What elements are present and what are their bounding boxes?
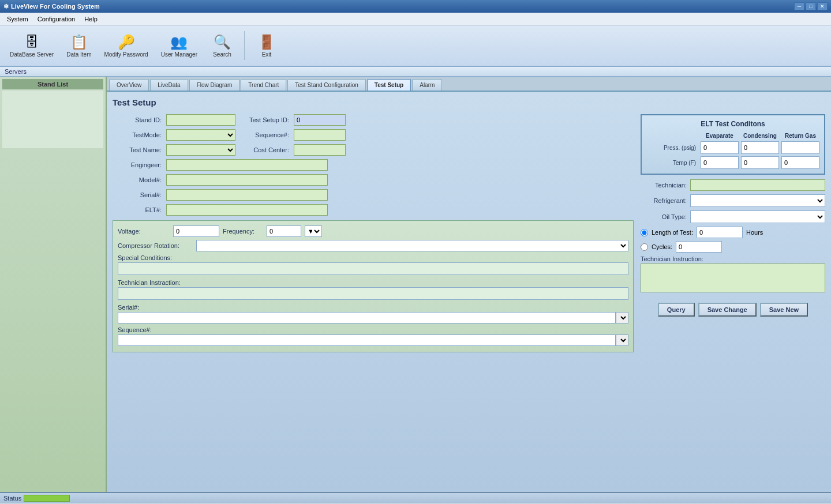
page-title: Test Setup (113, 97, 825, 107)
modify-password-button[interactable]: 🔑 Modify Password (99, 31, 154, 61)
modify-password-label: Modify Password (104, 51, 148, 58)
costcenter-input[interactable] (294, 144, 346, 156)
test-setup-id-input[interactable] (294, 114, 346, 126)
voltage-row: Voltage: Frequency: ▼ (118, 225, 628, 237)
special-conditions-input[interactable] (118, 262, 628, 275)
tech-instruction-input[interactable] (118, 287, 628, 300)
tab-area: OverView LiveData Flow Diagram Trend Cha… (107, 77, 831, 492)
main-container: Stand List OverView LiveData Flow Diagra… (0, 77, 831, 492)
menu-system[interactable]: System (2, 14, 33, 24)
elt-title: ELT Test Conditons (646, 120, 819, 128)
tab-test-stand-config[interactable]: Test Stand Configuration (287, 79, 366, 91)
title-bar-controls[interactable]: ─ □ ✕ (794, 2, 828, 10)
tech-instruction-container: Technician Instraction: (118, 279, 628, 301)
minimize-button[interactable]: ─ (794, 2, 804, 10)
oil-type-label: Oil Type: (641, 213, 687, 220)
sub-serial-select[interactable]: ▼ (616, 312, 628, 324)
tech-instruction-right-input[interactable] (641, 264, 825, 292)
model-input[interactable] (166, 174, 328, 186)
menu-configuration[interactable]: Configuration (33, 14, 80, 24)
elt-press-cond-input[interactable] (741, 141, 779, 154)
elt-press-evap-input[interactable] (701, 141, 739, 154)
oil-type-select[interactable] (690, 210, 825, 223)
sub-serial-input[interactable] (118, 312, 616, 324)
exit-label: Exit (262, 51, 272, 58)
search-icon: 🔍 (214, 34, 231, 50)
technician-input[interactable] (690, 179, 825, 191)
frequency-input[interactable] (267, 225, 301, 237)
elt-temp-evap-input[interactable] (701, 156, 739, 169)
engineer-row: Engingeer: (113, 159, 634, 171)
elt-press-rg-input[interactable] (781, 141, 819, 154)
data-item-label: Data Item (66, 51, 91, 58)
special-conditions-container: Special Conditions: (118, 254, 628, 276)
stand-id-row: Stand ID: Test Setup ID: (113, 114, 634, 126)
save-new-button[interactable]: Save New (760, 303, 808, 317)
testmode-select[interactable] (166, 129, 235, 141)
testname-row: Test Name: Cost Center: (113, 144, 634, 156)
serial-input[interactable] (166, 189, 328, 201)
modify-password-icon: 🔑 (118, 34, 135, 50)
elt-temp-rg-input[interactable] (781, 156, 819, 169)
refrigerant-label: Refrigerant: (641, 197, 687, 204)
sub-sequence-input[interactable] (118, 334, 616, 346)
elt-input[interactable] (166, 204, 328, 216)
elt-press-label: Press. (psig) (646, 145, 698, 151)
cycles-input[interactable] (676, 241, 722, 253)
tab-trend-chart[interactable]: Trend Chart (241, 79, 286, 91)
compressor-select[interactable] (196, 240, 628, 251)
refrigerant-row: Refrigerant: (641, 194, 825, 207)
tab-overview[interactable]: OverView (109, 79, 149, 91)
engineer-input[interactable] (166, 159, 328, 171)
testmode-row: TestMode: Sequence#: (113, 129, 634, 141)
app-icon: ❄ (3, 3, 9, 10)
tabs: OverView LiveData Flow Diagram Trend Cha… (107, 77, 831, 92)
save-change-button[interactable]: Save Change (698, 303, 757, 317)
frequency-select[interactable]: ▼ (305, 225, 322, 237)
voltage-input[interactable] (173, 225, 219, 237)
sub-box: Voltage: Frequency: ▼ Compressor Rotatio… (113, 220, 634, 352)
menu-bar: System Configuration Help (0, 13, 831, 25)
tab-test-setup[interactable]: Test Setup (367, 79, 411, 91)
app-title: LiveView For Cooling System (11, 3, 100, 10)
sidebar-title: Stand List (2, 79, 103, 89)
testname-select[interactable] (166, 144, 235, 156)
data-item-button[interactable]: 📋 Data Item (61, 31, 96, 61)
database-server-button[interactable]: 🗄 DataBase Server (5, 31, 59, 61)
status-bar: Status (0, 492, 831, 503)
tab-livedata[interactable]: LiveData (150, 79, 188, 91)
length-of-test-label: Length of Test: (652, 229, 693, 236)
user-manager-button[interactable]: 👥 User Manager (156, 31, 203, 61)
search-label: Search (213, 51, 231, 58)
sidebar: Stand List (0, 77, 107, 492)
length-of-test-input[interactable] (697, 227, 743, 238)
tab-flow-diagram[interactable]: Flow Diagram (189, 79, 240, 91)
hours-label: Hours (746, 229, 763, 236)
status-indicator (24, 495, 70, 502)
oil-type-row: Oil Type: (641, 210, 825, 223)
voltage-label: Voltage: (118, 228, 170, 235)
compressor-row: Compressor Rotation: (118, 240, 628, 251)
stand-id-input[interactable] (166, 114, 235, 126)
left-column: Stand ID: Test Setup ID: TestMode: Seque… (113, 114, 634, 352)
query-button[interactable]: Query (658, 303, 695, 317)
menu-help[interactable]: Help (80, 14, 102, 24)
length-of-test-radio[interactable] (641, 229, 648, 236)
test-setup-id-label: Test Setup ID: (240, 116, 289, 123)
tab-alarm[interactable]: Alarm (412, 79, 442, 91)
exit-button[interactable]: 🚪 Exit (249, 31, 284, 61)
close-button[interactable]: ✕ (817, 2, 828, 10)
restore-button[interactable]: □ (806, 2, 816, 10)
length-of-test-row: Length of Test: Hours (641, 227, 825, 238)
refrigerant-select[interactable] (690, 194, 825, 207)
sub-sequence-select[interactable]: ▼ (616, 334, 628, 346)
elt-grid: Evaparate Condensing Return Gas Press. (… (646, 133, 819, 169)
elt-temp-cond-input[interactable] (741, 156, 779, 169)
sequence-input[interactable] (294, 129, 346, 141)
toolbar-separator (244, 31, 245, 60)
search-button[interactable]: 🔍 Search (205, 31, 239, 61)
servers-tab[interactable]: Servers (0, 67, 831, 77)
elt-box: ELT Test Conditons Evaparate Condensing … (641, 114, 825, 175)
sub-sequence-label: Sequence#: (118, 326, 628, 333)
cycles-radio[interactable] (641, 243, 648, 251)
